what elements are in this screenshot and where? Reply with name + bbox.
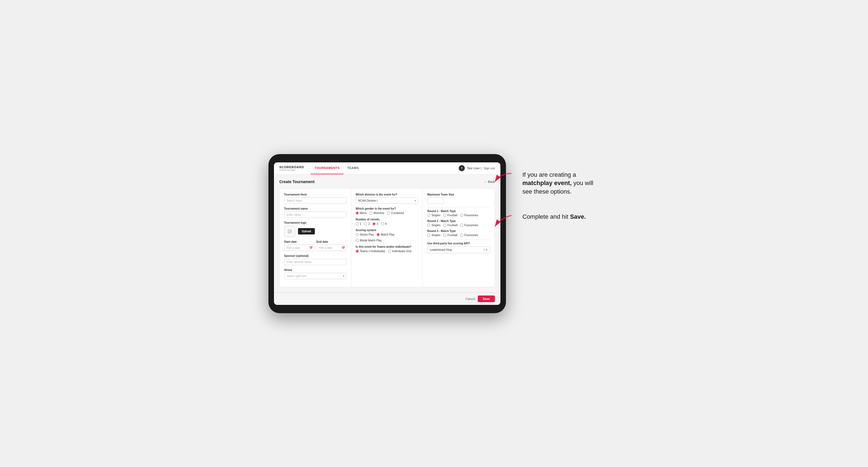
create-tournament-form: Tournament Host Tournament name Tourname… [279,188,495,287]
form-col-1: Tournament Host Tournament name Tourname… [280,189,351,287]
form-col-2: Which division is the event for? NCAA Di… [351,189,423,287]
scoring-match-play[interactable]: Match Play [377,233,394,236]
nav-tabs: TOURNAMENTS TEAMS [311,162,459,175]
round2-match-type-section: Round 2 - Match Type Singles Fourball [427,220,490,227]
end-date-section: End date 📅 [316,240,347,251]
tournament-host-section: Tournament Host [284,193,347,204]
brand: SCOREBOARD Powered by clippit [279,166,304,171]
max-team-size-input[interactable]: 5 [427,197,444,204]
individuals-only[interactable]: Individuals Only [388,250,412,253]
cancel-button[interactable]: Cancel [466,295,475,302]
division-label: Which division is the event for? [356,193,418,196]
api-remove-button[interactable]: × ▾ [483,248,488,252]
tournament-name-input[interactable] [284,212,347,218]
round2-singles[interactable]: Singles [427,224,440,227]
rounds-radio-group: 1 2 3 [356,222,418,225]
gender-combined[interactable]: Combined [387,212,404,215]
scoring-stroke-play[interactable]: Stroke Play [356,233,374,236]
user-label: Test User | [467,166,482,170]
scoring-label: Scoring system [356,229,418,232]
page-title: Create Tournament [279,180,315,184]
round1-foursomes[interactable]: Foursomes [460,214,478,217]
sponsor-label: Sponsor (optional) [284,254,347,257]
tournament-name-label: Tournament name [284,207,347,210]
round-2[interactable]: 2 [364,222,370,225]
annotation-top: If you are creating a matchplay event, y… [517,171,600,196]
teams-section: Is this event for Teams and/or Individua… [356,245,418,253]
round3-fourball[interactable]: Fourball [443,234,457,237]
brand-title: SCOREBOARD [279,166,304,169]
scoring-section: Scoring system Stroke Play Match Play [356,229,418,242]
round1-match-radio-group: Singles Fourball Foursomes [427,214,490,217]
date-row: Start date 📅 End date 📅 [284,240,347,251]
gender-label: Which gender is the event for? [356,207,418,210]
round2-foursomes[interactable]: Foursomes [460,224,478,227]
teams-label: Is this event for Teams and/or Individua… [356,245,418,248]
round-1[interactable]: 1 [356,222,362,225]
end-date-wrapper: 📅 [316,245,347,251]
gender-mens[interactable]: Mens [356,212,367,215]
sponsor-section: Sponsor (optional) [284,254,347,265]
round1-match-type-label: Round 1 - Match Type [427,210,490,213]
venue-input[interactable] [284,273,347,279]
navbar: SCOREBOARD Powered by clippit TOURNAMENT… [274,162,500,175]
tablet-screen: SCOREBOARD Powered by clippit TOURNAMENT… [274,162,500,305]
max-team-size-label: Maximum Team Size [427,193,490,196]
round1-singles[interactable]: Singles [427,214,440,217]
max-team-size-section: Maximum Team Size 5 [427,193,490,204]
venue-section: Venue [284,269,347,279]
rounds-section: Number of rounds 1 2 [356,218,418,225]
gender-radio-group: Mens Womens Combined [356,212,418,215]
api-label: Use third-party live scoring API? [427,242,490,245]
form-footer: Cancel Save [274,292,500,305]
gender-womens[interactable]: Womens [369,212,384,215]
tournament-name-section: Tournament name [284,207,347,218]
sponsor-input[interactable] [284,259,347,265]
scoring-radio-group: Stroke Play Match Play Medal Match Play [356,233,418,242]
svg-point-1 [288,230,289,231]
round2-match-radio-group: Singles Fourball Foursomes [427,224,490,227]
save-button[interactable]: Save [478,295,495,302]
scoring-medal-match[interactable]: Medal Match Play [356,239,382,242]
annotation-top-text: If you are creating a matchplay event, y… [523,171,600,196]
tab-teams[interactable]: TEAMS [344,162,363,175]
api-tag: Leaderboard King × ▾ [427,246,490,253]
page-header: Create Tournament ← Back [279,180,495,184]
annotation-area: If you are creating a matchplay event, y… [517,154,600,221]
sign-out-link[interactable]: Sign out [484,166,495,170]
tournament-host-input[interactable] [284,197,347,204]
round3-foursomes[interactable]: Foursomes [460,234,478,237]
tablet-device: SCOREBOARD Powered by clippit TOURNAMENT… [269,154,506,313]
logo-placeholder [284,226,295,237]
tournament-logo-label: Tournament logo [284,221,347,224]
round3-singles[interactable]: Singles [427,234,440,237]
teams-radio-group: Teams (+Individuals) Individuals Only [356,250,418,253]
division-select[interactable]: NCAA Division I [356,197,418,204]
calendar-icon-end: 📅 [342,246,345,249]
main-content: Create Tournament ← Back Tournament Host… [274,175,500,292]
api-section: Use third-party live scoring API? Leader… [427,242,490,253]
round-4[interactable]: 4 [381,222,387,225]
venue-label: Venue [284,269,347,272]
start-date-section: Start date 📅 [284,240,314,251]
round3-match-type-label: Round 3 - Match Type [427,229,490,232]
rounds-label: Number of rounds [356,218,418,221]
logo-upload-area: Upload [284,226,347,237]
avatar: T [459,165,465,171]
round1-match-type-section: Round 1 - Match Type Singles Fourball [427,210,490,217]
round2-fourball[interactable]: Fourball [443,224,457,227]
start-date-label: Start date [284,240,314,243]
round-3[interactable]: 3 [373,222,378,225]
round2-match-type-label: Round 2 - Match Type [427,220,490,223]
round3-match-radio-group: Singles Fourball Foursomes [427,234,490,237]
teams-plus-individuals[interactable]: Teams (+Individuals) [356,250,385,253]
venue-select-wrapper [284,273,347,279]
annotation-arrow-bottom [492,213,514,229]
tab-tournaments[interactable]: TOURNAMENTS [311,162,344,175]
round1-fourball[interactable]: Fourball [443,214,457,217]
division-section: Which division is the event for? NCAA Di… [356,193,418,204]
annotation-bottom: Complete and hit Save. [517,213,600,221]
annotation-arrow-top [492,171,514,187]
upload-button[interactable]: Upload [298,228,315,235]
gender-section: Which gender is the event for? Mens Wome… [356,207,418,215]
